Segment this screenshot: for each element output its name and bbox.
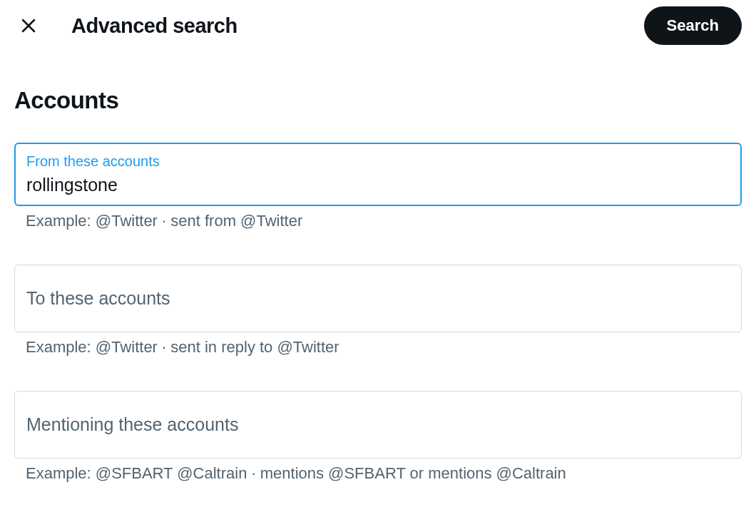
to-accounts-field-group: To these accounts Example: @Twitter · se… <box>14 265 742 357</box>
content: Accounts From these accounts Example: @T… <box>0 87 756 483</box>
from-accounts-field-group: From these accounts Example: @Twitter · … <box>14 143 742 230</box>
mentioning-accounts-example: Example: @SFBART @Caltrain · mentions @S… <box>14 464 742 483</box>
from-accounts-field[interactable]: From these accounts <box>14 143 742 206</box>
mentioning-accounts-label: Mentioning these accounts <box>26 414 238 434</box>
from-accounts-label: From these accounts <box>26 152 730 170</box>
close-icon <box>20 17 37 34</box>
close-button[interactable] <box>14 11 43 40</box>
to-accounts-label: To these accounts <box>26 288 170 308</box>
to-accounts-field[interactable]: To these accounts <box>14 265 742 332</box>
mentioning-accounts-field[interactable]: Mentioning these accounts <box>14 391 742 459</box>
mentioning-accounts-field-group: Mentioning these accounts Example: @SFBA… <box>14 391 742 483</box>
page-title: Advanced search <box>71 14 237 38</box>
section-title-accounts: Accounts <box>14 87 742 114</box>
search-button[interactable]: Search <box>644 6 742 45</box>
from-accounts-example: Example: @Twitter · sent from @Twitter <box>14 212 742 230</box>
header: Advanced search Search <box>0 0 756 51</box>
to-accounts-example: Example: @Twitter · sent in reply to @Tw… <box>14 338 742 357</box>
from-accounts-input[interactable] <box>26 175 730 195</box>
